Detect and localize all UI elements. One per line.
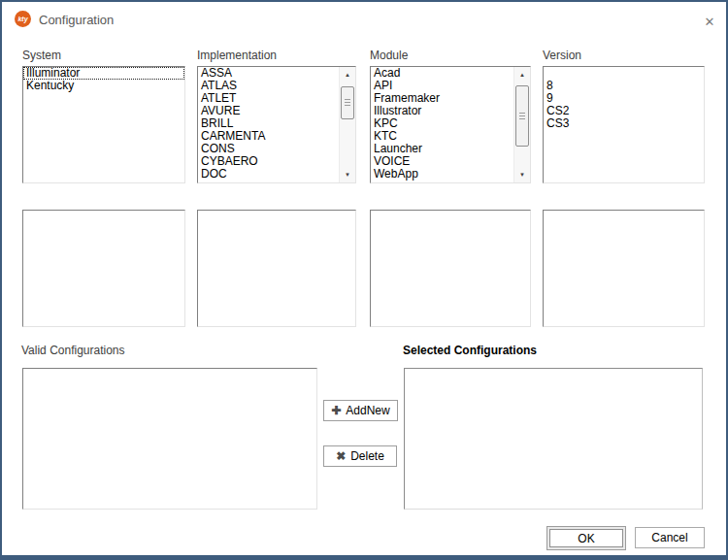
list-item[interactable]: Illuminator bbox=[23, 67, 184, 80]
list-item[interactable]: ATLET bbox=[198, 92, 339, 105]
scrollbar-thumb[interactable] bbox=[515, 85, 529, 147]
add-new-button[interactable]: ✚ AddNew bbox=[323, 400, 398, 421]
delete-button[interactable]: ✖ Delete bbox=[323, 445, 397, 467]
module-scrollbar[interactable]: ▲ ▼ bbox=[513, 67, 530, 182]
implementation-label: Implementation bbox=[197, 49, 356, 62]
cross-icon: ✖ bbox=[336, 449, 346, 463]
module-label: Module bbox=[370, 49, 531, 62]
list-item[interactable]: Framemaker bbox=[371, 92, 513, 105]
list-item[interactable]: CS3 bbox=[544, 117, 704, 130]
close-icon[interactable]: ✕ bbox=[699, 11, 720, 32]
list-item[interactable]: CARMENTA bbox=[198, 130, 339, 143]
add-new-button-label: AddNew bbox=[346, 404, 389, 417]
list-item[interactable]: AVURE bbox=[198, 105, 339, 117]
system-label: System bbox=[22, 49, 185, 62]
app-badge-icon: kty bbox=[15, 11, 31, 27]
implementation-selection-box[interactable] bbox=[197, 210, 356, 327]
selected-configurations-label: Selected Configurations bbox=[403, 344, 537, 357]
list-item[interactable]: Acad bbox=[371, 67, 513, 80]
list-item[interactable]: DOC bbox=[198, 168, 339, 181]
ok-button-label: OK bbox=[578, 532, 594, 545]
plus-icon: ✚ bbox=[331, 404, 341, 417]
list-item[interactable]: Illustrator bbox=[371, 105, 513, 117]
ok-button[interactable]: OK bbox=[546, 526, 626, 550]
list-item[interactable]: ASSA bbox=[198, 67, 339, 80]
list-item[interactable]: KPC bbox=[371, 117, 513, 130]
list-item[interactable]: API bbox=[371, 80, 513, 92]
scroll-up-icon[interactable]: ▲ bbox=[340, 67, 355, 82]
window-title: Configuration bbox=[39, 13, 114, 27]
valid-configurations-label: Valid Configurations bbox=[21, 344, 125, 357]
list-item[interactable]: WebApp bbox=[371, 168, 513, 181]
list-item[interactable]: CYBAERO bbox=[198, 155, 339, 168]
list-item[interactable]: BRILL bbox=[198, 117, 339, 130]
list-item[interactable]: 9 bbox=[544, 92, 704, 105]
scroll-down-icon[interactable]: ▼ bbox=[514, 167, 530, 182]
title-bar: kty Configuration ✕ bbox=[2, 2, 726, 41]
selected-configurations-listbox[interactable] bbox=[404, 368, 703, 510]
list-item[interactable]: 8 bbox=[544, 80, 704, 92]
system-selection-box[interactable] bbox=[22, 210, 185, 327]
list-item[interactable]: Kentucky bbox=[23, 80, 184, 92]
cancel-button-label: Cancel bbox=[651, 531, 687, 544]
list-item[interactable]: Launcher bbox=[371, 143, 513, 155]
window: kty Configuration ✕ System Implementatio… bbox=[0, 0, 728, 560]
module-listbox[interactable]: ▲ ▼ AcadAPIFramemakerIllustratorKPCKTCLa… bbox=[370, 66, 531, 183]
list-item[interactable]: CS2 bbox=[544, 105, 704, 117]
system-listbox[interactable]: IlluminatorKentucky bbox=[22, 66, 185, 183]
list-item[interactable] bbox=[544, 67, 704, 80]
valid-configurations-listbox[interactable] bbox=[22, 368, 317, 510]
version-label: Version bbox=[543, 49, 705, 62]
list-item[interactable]: CONS bbox=[198, 143, 339, 155]
version-listbox[interactable]: 89CS2CS3 bbox=[543, 66, 705, 183]
implementation-scrollbar[interactable]: ▲ ▼ bbox=[339, 67, 355, 182]
cancel-button[interactable]: Cancel bbox=[635, 527, 705, 548]
list-item[interactable]: VOICE bbox=[371, 155, 513, 168]
version-selection-box[interactable] bbox=[543, 210, 705, 327]
list-item[interactable]: KTC bbox=[371, 130, 513, 143]
scrollbar-thumb[interactable] bbox=[341, 86, 354, 119]
implementation-listbox[interactable]: ▲ ▼ ASSAATLASATLETAVUREBRILLCARMENTACONS… bbox=[197, 66, 356, 183]
module-selection-box[interactable] bbox=[370, 210, 531, 327]
scroll-down-icon[interactable]: ▼ bbox=[340, 167, 355, 182]
list-item[interactable]: ATLAS bbox=[198, 80, 339, 92]
scroll-up-icon[interactable]: ▲ bbox=[514, 67, 530, 82]
delete-button-label: Delete bbox=[350, 449, 384, 463]
